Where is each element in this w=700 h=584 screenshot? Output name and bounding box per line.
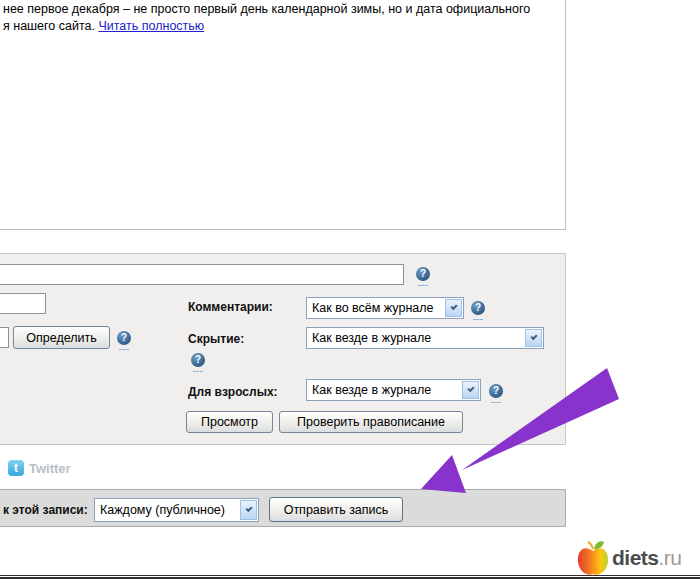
detect-help-icon[interactable]: ?	[117, 331, 131, 345]
spellcheck-button[interactable]: Проверить правописание	[279, 411, 463, 433]
twitter-label: Twitter	[29, 461, 71, 476]
post-access-bar: к этой записи: Каждому (публичное) Отпра…	[0, 489, 566, 527]
chevron-down-icon[interactable]	[445, 299, 462, 317]
adult-label: Для взрослых:	[188, 385, 278, 399]
comments-select-value: Как во всём журнале	[312, 301, 434, 315]
comments-label: Комментарии:	[188, 300, 273, 314]
footer-rule-bottom	[0, 577, 700, 579]
page: нее первое декабря – не просто первый де…	[0, 0, 700, 584]
access-label: к этой записи:	[3, 503, 88, 517]
comments-help-icon[interactable]: ?	[471, 301, 485, 315]
logo-tld: .ru	[659, 546, 682, 569]
mood-input[interactable]	[0, 293, 46, 314]
read-more-link[interactable]: Читать полностью	[98, 19, 204, 33]
screening-select[interactable]: Как везде в журнале	[306, 327, 544, 349]
post-options-panel: ? Определить ? Комментарии: Как во всём …	[0, 253, 566, 445]
site-logo[interactable]: diets.ru	[574, 540, 696, 574]
screening-label: Скрытие:	[188, 332, 244, 346]
access-select-value: Каждому (публичное)	[100, 503, 225, 517]
submit-post-button[interactable]: Отправить запись	[269, 497, 403, 522]
screening-select-value: Как везде в журнале	[312, 331, 431, 345]
twitter-icon[interactable]: t	[8, 460, 24, 476]
subject-help-icon[interactable]: ?	[416, 267, 430, 281]
entry-line2: я нашего сайта.	[3, 19, 95, 33]
detect-button[interactable]: Определить	[13, 326, 110, 349]
preview-button[interactable]: Просмотр	[186, 411, 273, 433]
entry-text: нее первое декабря – не просто первый де…	[3, 1, 543, 35]
callout-arrow-head	[421, 455, 466, 493]
chevron-down-icon[interactable]	[462, 381, 479, 399]
location-input[interactable]	[0, 327, 9, 348]
chevron-down-icon[interactable]	[525, 329, 542, 347]
entry-textarea[interactable]: нее первое декабря – не просто первый де…	[0, 0, 566, 230]
logo-brand: diets	[612, 546, 659, 569]
logo-text: diets.ru	[612, 546, 682, 570]
footer-rule-top	[0, 575, 700, 576]
apple-logo-icon	[574, 538, 612, 578]
subject-input[interactable]	[0, 264, 404, 285]
access-select[interactable]: Каждому (публичное)	[94, 498, 259, 522]
adult-select[interactable]: Как везде в журнале	[306, 379, 481, 401]
screening-help-icon[interactable]: ?	[191, 353, 205, 367]
comments-select[interactable]: Как во всём журнале	[306, 297, 464, 319]
chevron-down-icon[interactable]	[240, 500, 257, 520]
entry-line1: нее первое декабря – не просто первый де…	[3, 2, 530, 16]
adult-select-value: Как везде в журнале	[312, 383, 431, 397]
adult-help-icon[interactable]: ?	[489, 384, 503, 398]
